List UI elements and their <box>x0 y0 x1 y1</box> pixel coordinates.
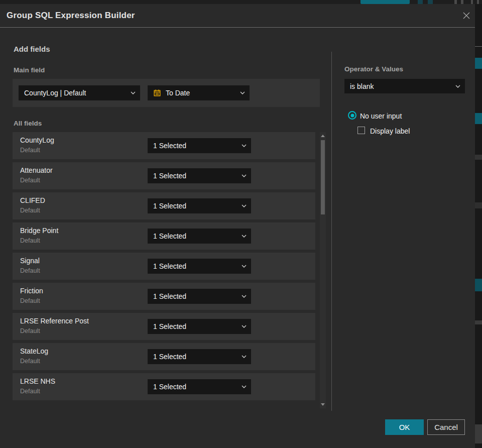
field-subtitle: Default <box>20 177 40 184</box>
field-subtitle: Default <box>20 147 40 154</box>
field-selection-value: 1 Selected <box>153 142 186 150</box>
panel-divider <box>331 52 332 411</box>
field-name: LRSE Reference Post <box>20 317 89 325</box>
chevron-down-icon <box>242 295 247 298</box>
field-selection-select[interactable]: 1 Selected <box>148 259 251 274</box>
scroll-down-icon[interactable] <box>321 403 325 406</box>
field-selection-select[interactable]: 1 Selected <box>148 349 251 364</box>
background-fragment <box>475 113 482 124</box>
background-fragment <box>475 424 482 443</box>
background-icon-fragment <box>477 0 479 4</box>
field-selection-select[interactable]: 1 Selected <box>148 319 251 334</box>
field-row: StateLog Default 1 Selected <box>13 343 315 370</box>
display-label-checkbox[interactable] <box>357 127 365 134</box>
main-field-panel: CountyLog | Default To Date <box>13 79 320 107</box>
background-fragment <box>475 202 482 208</box>
field-row: Bridge Point Default 1 Selected <box>13 222 315 250</box>
background-icon-fragment <box>461 0 463 4</box>
background-icon-fragment <box>454 0 457 4</box>
operator-select-value: is blank <box>350 82 374 90</box>
main-field-select-value: CountyLog | Default <box>24 89 86 97</box>
chevron-down-icon <box>242 355 247 358</box>
background-icon-fragment <box>471 0 473 4</box>
field-subtitle: Default <box>20 358 40 365</box>
group-sql-expression-builder-dialog: Group SQL Expression Builder Add fields … <box>0 4 475 448</box>
field-row: CountyLog Default 1 Selected <box>13 132 315 159</box>
field-name: LRSE NHS <box>20 377 55 385</box>
field-name: Signal <box>20 257 40 265</box>
scroll-up-icon[interactable] <box>321 135 325 137</box>
field-name: Friction <box>20 287 43 295</box>
field-selection-select[interactable]: 1 Selected <box>148 138 251 153</box>
field-row: LRSE Reference Post Default 1 Selected <box>13 313 315 340</box>
close-icon[interactable] <box>462 12 471 21</box>
dialog-title: Group SQL Expression Builder <box>7 11 135 21</box>
cancel-button[interactable]: Cancel <box>427 419 465 435</box>
dialog-title-bar: Group SQL Expression Builder <box>0 4 475 28</box>
display-label-label: Display label <box>370 127 410 135</box>
field-subtitle: Default <box>20 297 40 304</box>
scrollbar[interactable] <box>320 132 326 408</box>
field-row: CLIFED Default 1 Selected <box>13 192 315 219</box>
field-selection-value: 1 Selected <box>153 322 186 330</box>
calendar-icon <box>153 89 161 97</box>
screen: Live view Group SQL Expression Builder A <box>0 0 482 448</box>
field-name: StateLog <box>20 347 48 355</box>
all-fields-list: CountyLog Default 1 Selected Attenuator … <box>13 132 315 403</box>
field-selection-value: 1 Selected <box>153 353 186 361</box>
field-name: CountyLog <box>20 136 54 144</box>
background-fragment <box>475 155 482 160</box>
operator-values-label: Operator & Values <box>344 65 403 73</box>
chevron-down-icon <box>131 91 136 94</box>
live-view-label: Live view <box>373 0 398 2</box>
chevron-down-icon <box>455 85 460 88</box>
field-name: Attenuator <box>20 166 53 174</box>
background-icon-fragment <box>418 0 423 4</box>
background-fragment <box>475 279 482 291</box>
field-row: Signal Default 1 Selected <box>13 253 315 280</box>
field-type-select-value: To Date <box>166 89 190 97</box>
field-name: CLIFED <box>20 196 45 204</box>
add-fields-heading: Add fields <box>14 45 50 53</box>
field-selection-select[interactable]: 1 Selected <box>148 198 251 213</box>
field-subtitle: Default <box>20 388 40 395</box>
background-app-top: Live view <box>0 0 482 4</box>
background-fragment <box>475 320 482 324</box>
field-selection-value: 1 Selected <box>153 172 186 180</box>
ok-button[interactable]: OK <box>385 419 424 435</box>
live-view-button: Live view <box>360 0 410 4</box>
field-row: LRSE NHS Default 1 Selected <box>13 373 315 400</box>
radio-dot-icon <box>350 114 354 117</box>
no-user-input-radio[interactable] <box>348 111 356 120</box>
field-selection-value: 1 Selected <box>153 232 186 240</box>
chevron-down-icon <box>240 91 245 94</box>
field-selection-value: 1 Selected <box>153 202 186 210</box>
field-selection-value: 1 Selected <box>153 262 186 270</box>
background-icon-fragment <box>428 0 433 4</box>
background-fragment <box>475 58 482 69</box>
chevron-down-icon <box>242 235 247 238</box>
all-fields-label: All fields <box>14 120 42 127</box>
chevron-down-icon <box>242 144 247 147</box>
main-field-label: Main field <box>14 66 45 74</box>
field-subtitle: Default <box>20 327 40 334</box>
field-subtitle: Default <box>20 237 40 244</box>
field-subtitle: Default <box>20 267 40 274</box>
chevron-down-icon <box>242 204 247 207</box>
field-selection-select[interactable]: 1 Selected <box>148 289 251 304</box>
field-row: Friction Default 1 Selected <box>13 283 315 310</box>
main-field-select[interactable]: CountyLog | Default <box>19 85 140 100</box>
field-selection-value: 1 Selected <box>153 383 186 391</box>
background-fragment <box>475 46 482 47</box>
field-selection-select[interactable]: 1 Selected <box>148 229 251 244</box>
field-type-select[interactable]: To Date <box>148 85 250 100</box>
field-selection-select[interactable]: 1 Selected <box>148 379 251 394</box>
field-selection-value: 1 Selected <box>153 292 186 300</box>
field-subtitle: Default <box>20 207 40 214</box>
scrollbar-thumb[interactable] <box>321 140 325 214</box>
chevron-down-icon <box>242 385 247 388</box>
operator-select[interactable]: is blank <box>344 79 465 93</box>
chevron-down-icon <box>242 265 247 268</box>
field-selection-select[interactable]: 1 Selected <box>148 168 251 183</box>
field-name: Bridge Point <box>20 227 58 235</box>
